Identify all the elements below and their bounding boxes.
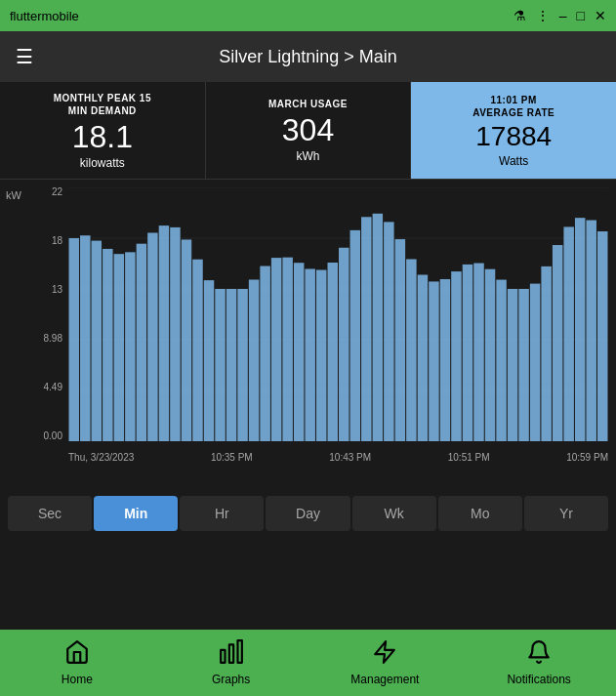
svg-rect-24 (271, 258, 281, 441)
more-icon[interactable]: ⋮ (536, 8, 550, 23)
svg-rect-31 (350, 230, 360, 441)
svg-rect-23 (260, 266, 269, 441)
stat-unit-usage: kWh (297, 149, 320, 163)
svg-rect-49 (553, 245, 562, 441)
app-name: fluttermobile (10, 9, 79, 23)
svg-rect-27 (305, 268, 314, 441)
svg-rect-15 (170, 227, 180, 441)
puzzle-icon[interactable]: ⚗ (513, 8, 526, 23)
stat-value-demand: 18.1 (72, 121, 133, 152)
svg-rect-54 (221, 650, 225, 663)
svg-rect-29 (327, 263, 337, 441)
header: ☰ Silver Lightning > Main (0, 31, 616, 82)
nav-home[interactable]: Home (0, 639, 154, 686)
y-tick-0: 0.00 (37, 431, 66, 441)
svg-rect-13 (147, 232, 157, 441)
menu-icon[interactable]: ☰ (16, 45, 33, 68)
nav-graphs[interactable]: Graphs (154, 639, 308, 686)
tab-min[interactable]: Min (94, 496, 178, 531)
svg-rect-55 (228, 644, 232, 662)
nav-notifications[interactable]: Notifications (462, 639, 616, 686)
nav-graphs-label: Graphs (212, 673, 250, 686)
x-tick-4: 10:59 PM (566, 452, 608, 463)
svg-rect-17 (192, 260, 202, 441)
time-tabs: Sec Min Hr Day Wk Mo Yr (0, 492, 616, 539)
svg-rect-10 (114, 254, 124, 441)
y-axis: 22 18 13 8.98 4.49 0.00 (37, 187, 66, 441)
svg-rect-19 (215, 289, 225, 441)
stat-value-usage: 304 (282, 114, 334, 145)
nav-management[interactable]: Management (308, 639, 463, 686)
tab-day[interactable]: Day (266, 496, 349, 531)
x-axis-labels: Thu, 3/23/2023 10:35 PM 10:43 PM 10:51 P… (68, 443, 608, 471)
svg-rect-43 (485, 269, 495, 441)
svg-rect-35 (395, 239, 405, 441)
y-tick-13: 13 (37, 285, 66, 295)
maximize-icon[interactable]: □ (577, 8, 585, 23)
x-tick-1: 10:35 PM (211, 452, 253, 463)
tab-yr[interactable]: Yr (524, 496, 608, 531)
svg-rect-37 (418, 274, 428, 441)
svg-rect-11 (125, 252, 135, 441)
tab-sec[interactable]: Sec (8, 496, 92, 531)
nav-management-label: Management (350, 673, 419, 686)
svg-rect-51 (575, 218, 585, 441)
svg-rect-32 (361, 217, 371, 441)
svg-rect-44 (496, 280, 506, 441)
title-bar: fluttermobile ⚗ ⋮ – □ ✕ (0, 0, 616, 31)
svg-rect-30 (339, 248, 349, 441)
stat-card-demand: MONTHLY PEAK 15MIN DEMAND 18.1 kilowatts (0, 82, 206, 179)
svg-rect-48 (541, 266, 551, 441)
stat-label-usage: MARCH USAGE (268, 98, 348, 110)
svg-rect-7 (80, 235, 90, 441)
svg-rect-42 (473, 264, 483, 441)
x-tick-3: 10:51 PM (448, 452, 490, 463)
nav-notifications-label: Notifications (507, 673, 570, 686)
minimize-icon[interactable]: – (559, 8, 567, 23)
stat-card-rate: 11:01 PM AVERAGE RATE 17884 Watts (411, 82, 616, 179)
stats-row: MONTHLY PEAK 15MIN DEMAND 18.1 kilowatts… (0, 82, 616, 180)
tab-wk[interactable]: Wk (352, 496, 436, 531)
svg-rect-26 (294, 263, 304, 441)
stat-label-rate: 11:01 PM AVERAGE RATE (472, 94, 554, 119)
svg-rect-34 (384, 222, 393, 441)
tab-mo[interactable]: Mo (438, 496, 522, 531)
page-title: Silver Lightning > Main (219, 47, 397, 67)
window-controls: ⚗ ⋮ – □ ✕ (513, 8, 606, 23)
notifications-icon (526, 639, 552, 669)
svg-rect-56 (237, 640, 241, 663)
svg-rect-18 (204, 280, 214, 441)
stat-unit-demand: kilowatts (80, 156, 125, 170)
svg-rect-25 (282, 258, 292, 441)
svg-rect-12 (137, 244, 146, 441)
svg-rect-45 (508, 289, 517, 441)
management-icon (372, 639, 397, 669)
x-tick-2: 10:43 PM (329, 452, 371, 463)
svg-rect-38 (429, 281, 438, 441)
svg-rect-52 (586, 221, 595, 441)
svg-rect-22 (249, 279, 259, 441)
svg-rect-41 (463, 265, 472, 441)
svg-rect-9 (103, 249, 112, 441)
tab-hr[interactable]: Hr (180, 496, 264, 531)
svg-rect-40 (451, 271, 461, 441)
svg-rect-20 (226, 289, 236, 441)
close-icon[interactable]: ✕ (595, 8, 606, 23)
y-tick-18: 18 (37, 236, 66, 246)
svg-rect-46 (518, 289, 528, 441)
svg-rect-39 (440, 279, 450, 441)
svg-rect-50 (563, 226, 573, 441)
y-axis-label: kW (6, 189, 21, 201)
svg-rect-36 (406, 259, 416, 441)
graphs-icon (219, 639, 244, 669)
chart-inner: 22 18 13 8.98 4.49 0.00 Thu, 3/23/2023 1… (37, 187, 608, 471)
stat-card-usage: MARCH USAGE 304 kWh (206, 82, 412, 179)
y-tick-898: 8.98 (37, 334, 66, 344)
svg-rect-8 (92, 241, 102, 441)
nav-home-label: Home (62, 673, 93, 686)
stat-value-rate: 17884 (475, 123, 552, 150)
svg-marker-57 (376, 641, 395, 663)
y-tick-22: 22 (37, 187, 66, 197)
stat-unit-rate: Watts (499, 154, 528, 168)
y-tick-449: 4.49 (37, 383, 66, 392)
